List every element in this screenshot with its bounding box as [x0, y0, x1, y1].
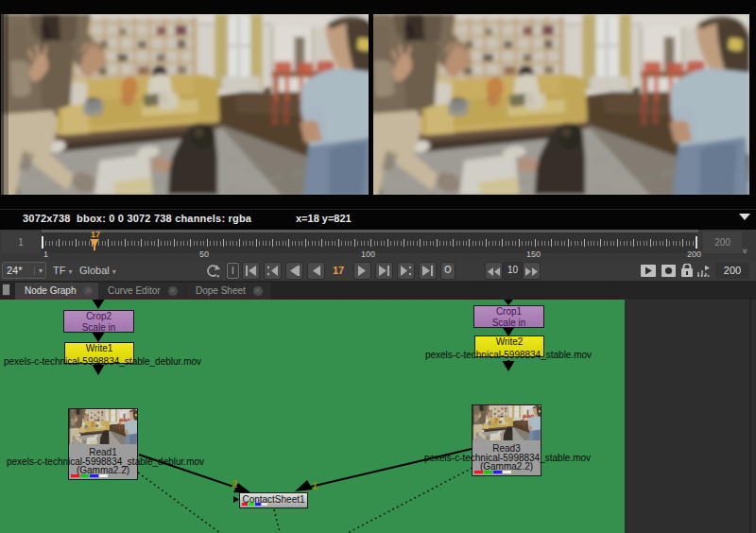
svg-text:1: 1 — [312, 480, 318, 491]
svg-text:2: 2 — [232, 478, 237, 490]
